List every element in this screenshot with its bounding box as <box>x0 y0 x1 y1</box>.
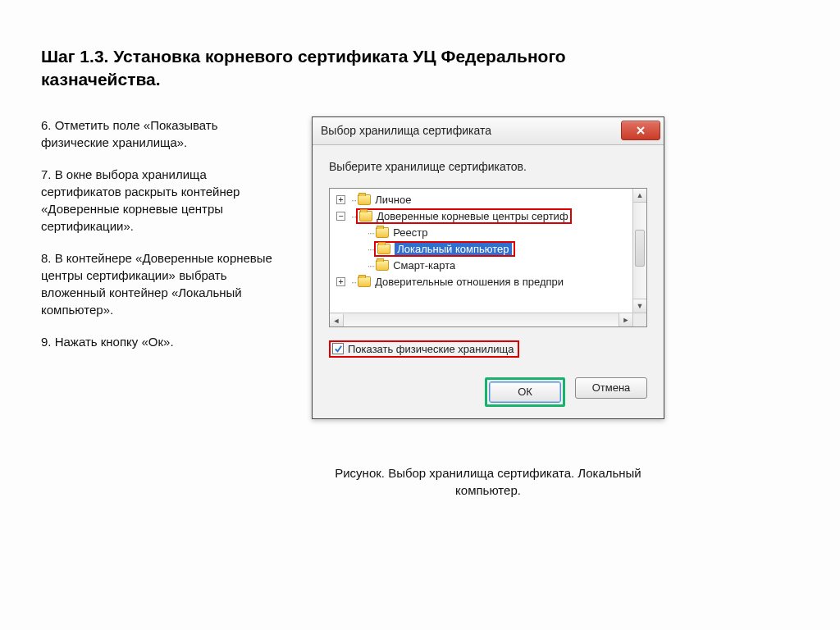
titlebar: Выбор хранилища сертификата <box>313 117 664 145</box>
horizontal-scrollbar[interactable]: ◄ ► <box>330 313 632 326</box>
instruction-list: 6. Отметить поле «Показывать физические … <box>41 116 287 365</box>
step-8: 8. В контейнере «Доверенные корневые цен… <box>41 249 287 318</box>
scrollbar-corner <box>632 313 646 326</box>
step-9: 9. Нажать кнопку «Ок». <box>41 333 287 350</box>
folder-icon <box>377 244 390 254</box>
tree-label: Реестр <box>393 226 427 239</box>
tree-item-local-computer[interactable]: ···· Локальный компьютер <box>331 241 631 258</box>
tree-item-personal[interactable]: + ··· Личное <box>331 192 631 208</box>
dialog-title: Выбор хранилища сертификата <box>321 124 491 137</box>
cancel-button[interactable]: Отмена <box>575 377 647 399</box>
close-icon <box>636 126 646 135</box>
folder-icon <box>358 276 371 287</box>
tree-label: Доверительные отношения в предпри <box>375 276 564 288</box>
expand-icon[interactable]: + <box>336 195 345 204</box>
dialog-prompt: Выберите хранилище сертификатов. <box>329 160 647 173</box>
checkbox-label: Показать физические хранилища <box>348 343 514 355</box>
tree-connector: ··· <box>351 277 356 287</box>
scroll-up-button[interactable]: ▲ <box>633 189 646 203</box>
expand-icon[interactable]: + <box>336 277 345 286</box>
step-6: 6. Отметить поле «Показывать физические … <box>41 116 287 151</box>
tree-connector: ···· <box>368 244 374 254</box>
folder-icon <box>358 194 371 205</box>
tree-item-registry[interactable]: ···· Реестр <box>331 225 631 241</box>
tree-view[interactable]: + ··· Личное − ··· Доверенные корневые ц… <box>329 188 647 327</box>
tree-label: Локальный компьютер <box>395 243 511 255</box>
folder-icon <box>376 227 389 238</box>
show-physical-stores-checkbox[interactable] <box>332 343 344 354</box>
tree-item-smartcard[interactable]: ···· Смарт-карта <box>331 258 631 274</box>
folder-icon <box>359 211 372 221</box>
scroll-down-button[interactable]: ▼ <box>633 299 646 313</box>
tree-label: Доверенные корневые центры сертиф <box>377 210 568 222</box>
scroll-right-button[interactable]: ► <box>619 313 632 326</box>
scroll-thumb[interactable] <box>635 230 645 267</box>
tree-connector: ···· <box>368 228 374 238</box>
step-7: 7. В окне выбора хранилища сертификатов … <box>41 166 287 235</box>
tree-connector: ···· <box>368 261 374 271</box>
checkmark-icon <box>334 345 343 354</box>
cert-store-dialog: Выбор хранилища сертификата Выберите хра… <box>312 116 664 419</box>
ok-button[interactable]: ОК <box>489 381 561 403</box>
tree-label: Смарт-карта <box>393 259 455 272</box>
vertical-scrollbar[interactable]: ▲ ▼ <box>632 189 646 313</box>
figure-caption: Рисунок. Выбор хранилища сертификата. Ло… <box>312 464 664 499</box>
collapse-icon[interactable]: − <box>336 212 345 221</box>
tree-item-trusted-root[interactable]: − ··· Доверенные корневые центры сертиф <box>331 208 631 225</box>
folder-icon <box>376 260 389 271</box>
close-button[interactable] <box>621 121 660 140</box>
tree-connector: ··· <box>351 195 356 205</box>
page-title: Шаг 1.3. Установка корневого сертификата… <box>41 45 632 92</box>
scroll-left-button[interactable]: ◄ <box>330 314 344 327</box>
tree-item-enterprise-trust[interactable]: + ··· Доверительные отношения в предпри <box>331 274 631 290</box>
tree-label: Личное <box>375 194 411 206</box>
